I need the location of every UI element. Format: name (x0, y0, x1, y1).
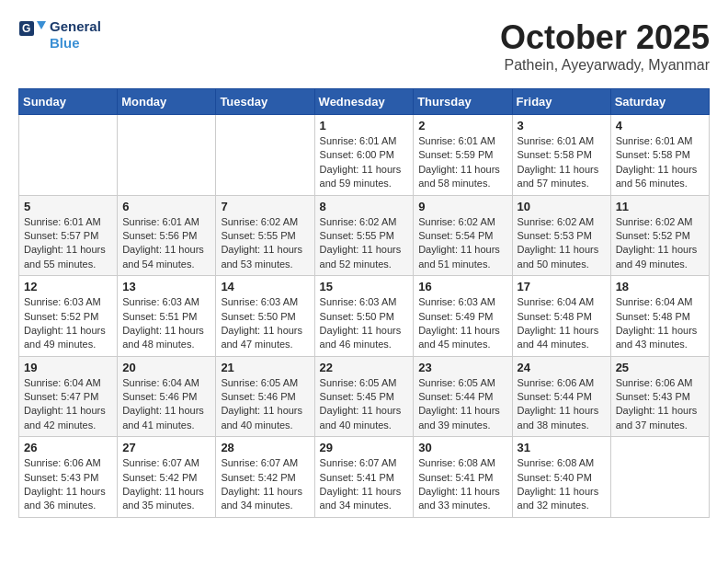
calendar-cell: 11 Sunrise: 6:02 AMSunset: 5:52 PMDaylig… (610, 195, 709, 276)
day-info: Sunrise: 6:07 AMSunset: 5:42 PMDaylight:… (221, 457, 302, 511)
calendar-cell: 1 Sunrise: 6:01 AMSunset: 6:00 PMDayligh… (314, 115, 414, 196)
day-number: 11 (616, 200, 704, 213)
calendar-cell: 20 Sunrise: 6:04 AMSunset: 5:46 PMDaylig… (118, 356, 216, 437)
day-info: Sunrise: 6:01 AMSunset: 5:58 PMDaylight:… (518, 135, 599, 189)
day-info: Sunrise: 6:04 AMSunset: 5:48 PMDaylight:… (616, 296, 698, 350)
day-number: 30 (418, 441, 506, 454)
calendar-cell: 17 Sunrise: 6:04 AMSunset: 5:48 PMDaylig… (512, 276, 610, 357)
logo-line2: Blue (50, 35, 101, 52)
day-number: 12 (24, 280, 112, 293)
day-number: 10 (518, 200, 606, 213)
weekday-header-tuesday: Tuesday (216, 89, 314, 115)
day-info: Sunrise: 6:01 AMSunset: 5:57 PMDaylight:… (24, 216, 106, 270)
weekday-header-sunday: Sunday (19, 89, 118, 115)
day-info: Sunrise: 6:04 AMSunset: 5:47 PMDaylight:… (24, 377, 106, 431)
day-number: 20 (122, 361, 210, 374)
day-info: Sunrise: 6:06 AMSunset: 5:43 PMDaylight:… (616, 377, 698, 431)
day-number: 16 (418, 280, 506, 293)
calendar-cell: 23 Sunrise: 6:05 AMSunset: 5:44 PMDaylig… (414, 356, 512, 437)
day-number: 25 (616, 361, 704, 374)
calendar-cell: 2 Sunrise: 6:01 AMSunset: 5:59 PMDayligh… (414, 115, 512, 196)
calendar-cell: 30 Sunrise: 6:08 AMSunset: 5:41 PMDaylig… (414, 437, 512, 518)
day-number: 22 (320, 361, 409, 374)
calendar-cell: 24 Sunrise: 6:06 AMSunset: 5:44 PMDaylig… (512, 356, 610, 437)
day-number: 1 (320, 119, 409, 132)
calendar-cell: 31 Sunrise: 6:08 AMSunset: 5:40 PMDaylig… (512, 437, 610, 518)
day-info: Sunrise: 6:07 AMSunset: 5:41 PMDaylight:… (320, 457, 402, 511)
calendar-cell: 15 Sunrise: 6:03 AMSunset: 5:50 PMDaylig… (314, 276, 414, 357)
day-number: 2 (418, 119, 506, 132)
day-number: 28 (221, 441, 309, 454)
day-info: Sunrise: 6:03 AMSunset: 5:50 PMDaylight:… (320, 296, 402, 350)
weekday-header-friday: Friday (512, 89, 610, 115)
week-row-2: 5 Sunrise: 6:01 AMSunset: 5:57 PMDayligh… (19, 195, 710, 276)
day-number: 31 (518, 441, 606, 454)
day-info: Sunrise: 6:06 AMSunset: 5:43 PMDaylight:… (24, 457, 106, 511)
svg-marker-2 (37, 21, 46, 29)
logo: G General Blue (18, 18, 101, 52)
calendar-cell: 21 Sunrise: 6:05 AMSunset: 5:46 PMDaylig… (216, 356, 314, 437)
day-info: Sunrise: 6:01 AMSunset: 5:56 PMDaylight:… (122, 216, 204, 270)
title-block: October 2025 Pathein, Ayeyarwady, Myanma… (500, 18, 710, 74)
day-number: 9 (418, 200, 506, 213)
day-info: Sunrise: 6:08 AMSunset: 5:40 PMDaylight:… (518, 457, 599, 511)
day-info: Sunrise: 6:02 AMSunset: 5:55 PMDaylight:… (320, 216, 402, 270)
day-info: Sunrise: 6:02 AMSunset: 5:53 PMDaylight:… (518, 216, 599, 270)
day-number: 8 (320, 200, 409, 213)
day-info: Sunrise: 6:05 AMSunset: 5:45 PMDaylight:… (320, 377, 402, 431)
calendar-cell: 10 Sunrise: 6:02 AMSunset: 5:53 PMDaylig… (512, 195, 610, 276)
day-number: 26 (24, 441, 112, 454)
day-info: Sunrise: 6:01 AMSunset: 6:00 PMDaylight:… (320, 135, 402, 189)
day-number: 17 (518, 280, 606, 293)
day-number: 24 (518, 361, 606, 374)
day-info: Sunrise: 6:01 AMSunset: 5:59 PMDaylight:… (418, 135, 500, 189)
month-title: October 2025 (500, 18, 710, 57)
day-number: 23 (418, 361, 506, 374)
calendar-cell: 8 Sunrise: 6:02 AMSunset: 5:55 PMDayligh… (314, 195, 414, 276)
calendar-cell: 5 Sunrise: 6:01 AMSunset: 5:57 PMDayligh… (19, 195, 118, 276)
week-row-4: 19 Sunrise: 6:04 AMSunset: 5:47 PMDaylig… (19, 356, 710, 437)
day-info: Sunrise: 6:04 AMSunset: 5:46 PMDaylight:… (122, 377, 204, 431)
calendar-cell: 18 Sunrise: 6:04 AMSunset: 5:48 PMDaylig… (610, 276, 709, 357)
day-info: Sunrise: 6:01 AMSunset: 5:58 PMDaylight:… (616, 135, 698, 189)
svg-text:G: G (22, 22, 30, 35)
day-number: 4 (616, 119, 704, 132)
day-number: 7 (221, 200, 309, 213)
day-info: Sunrise: 6:03 AMSunset: 5:52 PMDaylight:… (24, 296, 106, 350)
weekday-header-row: SundayMondayTuesdayWednesdayThursdayFrid… (19, 89, 710, 115)
calendar-cell: 12 Sunrise: 6:03 AMSunset: 5:52 PMDaylig… (19, 276, 118, 357)
weekday-header-saturday: Saturday (610, 89, 709, 115)
weekday-header-monday: Monday (118, 89, 216, 115)
day-info: Sunrise: 6:03 AMSunset: 5:49 PMDaylight:… (418, 296, 500, 350)
calendar-cell: 13 Sunrise: 6:03 AMSunset: 5:51 PMDaylig… (118, 276, 216, 357)
day-number: 6 (122, 200, 210, 213)
day-number: 13 (122, 280, 210, 293)
calendar-cell (19, 115, 118, 196)
calendar-cell: 3 Sunrise: 6:01 AMSunset: 5:58 PMDayligh… (512, 115, 610, 196)
logo-line1: General (50, 18, 101, 35)
day-info: Sunrise: 6:07 AMSunset: 5:42 PMDaylight:… (122, 457, 204, 511)
day-info: Sunrise: 6:03 AMSunset: 5:50 PMDaylight:… (221, 296, 302, 350)
location-subtitle: Pathein, Ayeyarwady, Myanmar (500, 57, 710, 74)
week-row-1: 1 Sunrise: 6:01 AMSunset: 6:00 PMDayligh… (19, 115, 710, 196)
day-number: 14 (221, 280, 309, 293)
calendar-cell: 26 Sunrise: 6:06 AMSunset: 5:43 PMDaylig… (19, 437, 118, 518)
calendar-cell: 22 Sunrise: 6:05 AMSunset: 5:45 PMDaylig… (314, 356, 414, 437)
day-number: 3 (518, 119, 606, 132)
day-number: 27 (122, 441, 210, 454)
day-info: Sunrise: 6:04 AMSunset: 5:48 PMDaylight:… (518, 296, 599, 350)
day-info: Sunrise: 6:05 AMSunset: 5:44 PMDaylight:… (418, 377, 500, 431)
calendar-cell (216, 115, 314, 196)
day-number: 19 (24, 361, 112, 374)
calendar-cell: 28 Sunrise: 6:07 AMSunset: 5:42 PMDaylig… (216, 437, 314, 518)
day-info: Sunrise: 6:06 AMSunset: 5:44 PMDaylight:… (518, 377, 599, 431)
day-info: Sunrise: 6:03 AMSunset: 5:51 PMDaylight:… (122, 296, 204, 350)
day-number: 15 (320, 280, 409, 293)
logo-emblem: G (18, 20, 48, 50)
weekday-header-wednesday: Wednesday (314, 89, 414, 115)
week-row-3: 12 Sunrise: 6:03 AMSunset: 5:52 PMDaylig… (19, 276, 710, 357)
calendar-cell: 29 Sunrise: 6:07 AMSunset: 5:41 PMDaylig… (314, 437, 414, 518)
week-row-5: 26 Sunrise: 6:06 AMSunset: 5:43 PMDaylig… (19, 437, 710, 518)
calendar-cell: 9 Sunrise: 6:02 AMSunset: 5:54 PMDayligh… (414, 195, 512, 276)
day-number: 18 (616, 280, 704, 293)
